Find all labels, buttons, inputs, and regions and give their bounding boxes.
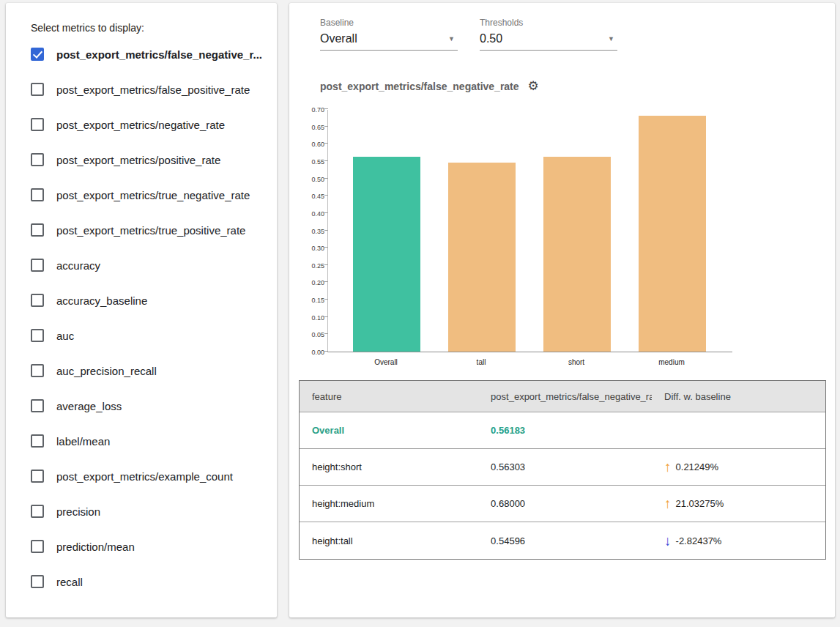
table-row[interactable]: height:tall0.54596↓-2.82437% [300, 522, 825, 559]
y-tick-label: 0.55 [297, 158, 324, 165]
feature-cell: height:short [300, 461, 478, 472]
y-tick-mark [324, 160, 328, 161]
y-tick-mark [324, 264, 328, 265]
bar-tall[interactable] [448, 163, 516, 352]
y-tick-label: 0.10 [297, 314, 324, 321]
x-tick-label: short [568, 358, 584, 366]
checkbox-unchecked-icon[interactable] [31, 505, 44, 518]
metric-label: label/mean [56, 435, 110, 448]
diff-value: 21.03275% [676, 498, 724, 509]
y-tick-label: 0.60 [297, 141, 324, 148]
checkbox-unchecked-icon[interactable] [31, 364, 44, 377]
y-tick-label: 0.65 [297, 124, 324, 130]
bar-short[interactable] [543, 157, 611, 352]
metric-label: post_export_metrics/false_positive_rate [56, 84, 250, 96]
table-header-metric: post_export_metrics/false_negative_rat..… [478, 391, 652, 402]
thresholds-select[interactable]: Thresholds 0.50 ▼ [480, 18, 617, 51]
metric-checkbox-item[interactable]: post_export_metrics/false_negative_r... [31, 37, 264, 72]
metric-checkbox-item[interactable]: post_export_metrics/true_positive_rate [31, 212, 264, 248]
y-tick-label: 0.45 [297, 193, 324, 200]
y-tick-label: 0.00 [297, 349, 324, 356]
metric-label: accuracy_baseline [56, 294, 147, 307]
metrics-table: feature post_export_metrics/false_negati… [299, 380, 826, 560]
metric-value-cell: 0.68000 [478, 498, 652, 509]
thresholds-value: 0.50 [480, 32, 502, 45]
metric-checkbox-item[interactable]: average_loss [31, 388, 264, 423]
table-row[interactable]: Overall0.56183 [300, 412, 825, 449]
checkbox-checked-icon[interactable] [31, 48, 44, 61]
metric-label: auc_precision_recall [56, 365, 157, 377]
y-tick-mark [324, 143, 328, 144]
table-row[interactable]: height:short0.56303↑0.21249% [300, 449, 825, 486]
metric-checkbox-item[interactable]: accuracy_baseline [31, 283, 264, 318]
metric-checkbox-item[interactable]: post_export_metrics/positive_rate [31, 142, 264, 177]
checkbox-unchecked-icon[interactable] [31, 540, 44, 553]
metric-checkbox-item[interactable]: post_export_metrics/false_positive_rate [31, 72, 264, 107]
metric-value-cell: 0.56303 [478, 461, 652, 472]
metric-checkbox-item[interactable]: post_export_metrics/negative_rate [31, 107, 264, 142]
checkbox-unchecked-icon[interactable] [31, 259, 44, 272]
chevron-down-icon: ▼ [608, 35, 614, 42]
y-tick-mark [324, 247, 328, 248]
checkbox-unchecked-icon[interactable] [31, 153, 44, 166]
settings-gear-icon[interactable]: ⚙ [528, 80, 539, 92]
checkbox-unchecked-icon[interactable] [31, 399, 44, 412]
checkbox-unchecked-icon[interactable] [31, 470, 44, 483]
table-header-feature: feature [300, 391, 478, 402]
y-tick-label: 0.25 [297, 262, 324, 269]
metric-label: average_loss [56, 400, 122, 412]
y-tick-mark [324, 351, 328, 352]
checkbox-unchecked-icon[interactable] [31, 118, 44, 131]
diff-value: 0.21249% [676, 461, 719, 472]
y-tick-mark [324, 230, 328, 231]
table-header-diff: Diff. w. baseline [652, 391, 825, 402]
metric-label: auc [56, 330, 74, 342]
metric-selector-panel: Select metrics to display: post_export_m… [6, 3, 277, 617]
y-tick-label: 0.05 [297, 332, 324, 338]
checkbox-unchecked-icon[interactable] [31, 329, 44, 342]
bar-medium[interactable] [639, 116, 706, 352]
metric-label: post_export_metrics/true_negative_rate [56, 189, 250, 201]
bar-Overall[interactable] [353, 157, 420, 352]
metric-checkbox-item[interactable]: accuracy [31, 248, 264, 283]
metric-checkbox-item[interactable]: post_export_metrics/example_count [31, 459, 264, 494]
x-tick-label: tall [477, 358, 486, 366]
chart-header: post_export_metrics/false_negative_rate … [320, 80, 835, 92]
diff-cell: ↓-2.82437% [652, 534, 825, 548]
controls-row: Baseline Overall ▼ Thresholds 0.50 ▼ [320, 18, 835, 51]
checkbox-unchecked-icon[interactable] [31, 294, 44, 307]
checkbox-unchecked-icon[interactable] [31, 188, 44, 201]
metric-checkbox-item[interactable]: prediction/mean [31, 529, 264, 564]
checkbox-unchecked-icon[interactable] [31, 434, 44, 448]
y-tick-mark [324, 333, 328, 334]
y-tick-label: 0.30 [297, 245, 324, 252]
checkbox-unchecked-icon[interactable] [31, 223, 44, 237]
metric-label: accuracy [56, 259, 100, 272]
plot-area [327, 110, 732, 352]
y-tick-mark [324, 178, 328, 179]
diff-cell: ↑21.03275% [652, 497, 825, 511]
checkbox-unchecked-icon[interactable] [31, 83, 44, 96]
metrics-display-panel: Baseline Overall ▼ Thresholds 0.50 ▼ pos… [289, 3, 835, 617]
baseline-label: Baseline [320, 18, 458, 28]
baseline-select[interactable]: Baseline Overall ▼ [320, 18, 458, 51]
table-row[interactable]: height:medium0.68000↑21.03275% [300, 486, 825, 522]
feature-cell: Overall [300, 425, 478, 436]
metric-checkbox-item[interactable]: post_export_metrics/true_negative_rate [31, 177, 264, 212]
y-tick-mark [324, 195, 328, 196]
metric-label: post_export_metrics/example_count [56, 470, 233, 483]
metric-label: post_export_metrics/negative_rate [56, 119, 225, 131]
metrics-list: post_export_metrics/false_negative_r...p… [31, 37, 264, 599]
x-tick-label: Overall [374, 358, 398, 366]
metric-checkbox-item[interactable]: label/mean [31, 423, 264, 459]
feature-cell: height:medium [300, 498, 478, 509]
metric-checkbox-item[interactable]: auc [31, 318, 264, 353]
metric-value-cell: 0.54596 [478, 535, 652, 546]
metric-label: recall [56, 576, 83, 588]
table-body: Overall0.56183height:short0.56303↑0.2124… [300, 412, 825, 559]
metric-checkbox-item[interactable]: auc_precision_recall [31, 353, 264, 388]
checkbox-unchecked-icon[interactable] [31, 575, 44, 588]
metric-checkbox-item[interactable]: precision [31, 494, 264, 529]
metric-checkbox-item[interactable]: recall [31, 564, 264, 599]
diff-value: -2.82437% [676, 535, 722, 546]
